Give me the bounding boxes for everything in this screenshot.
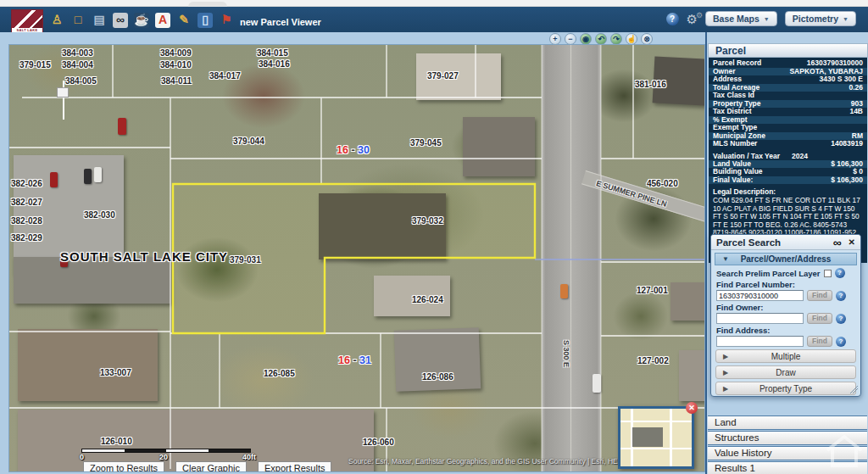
parcel-info-rows: Parcel Record16303790310000OwnerSAPKOTA,…	[709, 59, 867, 148]
find-parcel-number-label: Find Parcel Number:	[716, 280, 855, 289]
logo-mark	[12, 10, 42, 28]
find-address-find-button[interactable]: Find	[807, 336, 832, 347]
accordion-results-1[interactable]: Results 1	[708, 461, 867, 474]
accordion-property-type[interactable]: ▶Property Type	[715, 382, 856, 395]
bottom-accordions: LandStructuresValue HistoryResults 1	[708, 415, 867, 474]
flags-icon[interactable]: ⚑	[219, 13, 234, 28]
legal-description-label: Legal Description:	[713, 187, 863, 196]
pictometry-button[interactable]: Pictometry ▼	[785, 11, 856, 26]
find-parcel-number-find-button[interactable]: Find	[807, 290, 832, 301]
find-address-label: Find Address:	[716, 326, 855, 335]
settings-gear-icon[interactable]: ⚙⚙	[687, 13, 698, 25]
previous-extent-tool[interactable]: ↶	[595, 33, 607, 45]
accordion-value-history[interactable]: Value History	[708, 446, 867, 460]
clear-graphic-button[interactable]: Clear Graphic	[175, 461, 247, 472]
parcel-info-value: 14083919	[831, 140, 863, 148]
utility-pole-line	[63, 81, 64, 120]
accordion-label: Multiple	[771, 352, 800, 361]
zoom-out-tool[interactable]: −	[565, 33, 576, 45]
parcel-label: 126-086	[422, 372, 453, 382]
parcel-label: 126-024	[412, 295, 443, 304]
help-icon[interactable]: ?	[836, 337, 846, 347]
inset-close-icon[interactable]: ✕	[686, 402, 698, 414]
lot-red: 16	[337, 144, 348, 156]
parcel-label: 379-032	[412, 216, 443, 226]
toolbar-right: ? ⚙⚙ Base Maps ▼ Pictometry ▼	[666, 11, 856, 26]
parcel-panel-header[interactable]: Parcel	[708, 43, 868, 58]
select-extent-icon[interactable]: □	[70, 13, 86, 28]
parcel-label: 384-015	[257, 48, 288, 58]
help-icon[interactable]: ?	[835, 268, 845, 278]
parcel-label: 456-020	[647, 179, 678, 188]
scale-tick-0: 0	[80, 453, 84, 461]
valuation-row-label: Final Value:	[713, 176, 753, 185]
accordion-multiple[interactable]: ▶Multiple	[715, 349, 856, 363]
locate-marker-icon[interactable]: ♙	[49, 13, 64, 28]
overview-inset-map[interactable]: ✕	[618, 406, 694, 469]
parcel-label: 382-028	[11, 216, 42, 226]
find-owner-input[interactable]	[716, 313, 804, 324]
prelim-label: Search Prelim Parcel Layer	[716, 269, 821, 278]
lot-label: 16 - 31	[338, 354, 371, 366]
valuation-year: 2024	[792, 152, 808, 160]
valuation-row: Final Value:$ 106,300	[709, 176, 867, 185]
chevron-down-icon: ▼	[722, 255, 729, 263]
pan-tool[interactable]: ☝	[626, 33, 637, 45]
resize-handle[interactable]	[850, 386, 858, 393]
city-label: SOUTH SALT LAKE CITY	[60, 249, 228, 264]
parcel-label: 379-044	[233, 137, 264, 146]
parcel-info-label: MLS Number	[713, 140, 757, 148]
accordion-label: Property Type	[760, 384, 812, 393]
accordion-label: Draw	[776, 368, 795, 377]
lot-label: 16 - 30	[337, 144, 370, 156]
search-binoculars-icon[interactable]: ∞	[113, 13, 128, 28]
notes-icon[interactable]: ▯	[198, 13, 213, 28]
scale-tick-40: 40ft	[242, 453, 256, 461]
parcel-search-header[interactable]: Parcel Search ∞ ✕	[711, 235, 860, 250]
layers-icon[interactable]: ▤	[92, 13, 107, 28]
find-address-input[interactable]	[716, 336, 804, 347]
parcel-label: 382-030	[84, 210, 115, 220]
section-parcel-owner-address[interactable]: ▼ Parcel/Owner/Address	[715, 253, 857, 265]
prelim-layer-row: Search Prelim Parcel Layer ?	[711, 267, 860, 278]
scale-tick-20: 20	[159, 453, 168, 461]
zoom-in-tool[interactable]: +	[549, 33, 561, 45]
inset-extent-box[interactable]	[632, 427, 663, 447]
browser-edge-strip	[0, 0, 868, 7]
prelim-checkbox[interactable]	[824, 270, 832, 277]
zoom-to-results-button[interactable]: Zoom to Results	[83, 461, 164, 472]
parcel-label: 384-005	[65, 76, 97, 86]
parcel-label: 384-004	[62, 60, 93, 70]
parcel-label: 126-010	[101, 437, 132, 446]
app-toolbar: SALT LAKE COUNTY ♙□▤∞☕A✎▯⚑ new Parcel Vi…	[0, 7, 868, 32]
base-maps-label: Base Maps	[713, 14, 760, 24]
chevron-right-icon: ▶	[723, 385, 728, 393]
lot-sep: -	[350, 354, 359, 366]
parcel-label: 384-016	[259, 59, 290, 69]
export-results-button[interactable]: Export Results	[258, 461, 332, 472]
find-owner-find-button[interactable]: Find	[807, 313, 832, 324]
aerial-map[interactable]: 379-015384-003384-004384-005384-009384-0…	[8, 44, 705, 472]
draw-pencil-icon[interactable]: ✎	[176, 13, 192, 28]
accordion-draw[interactable]: ▶Draw	[715, 365, 856, 379]
parcel-label: 382-027	[11, 198, 42, 207]
deactivate-tool[interactable]: ⊗	[641, 33, 653, 45]
identify-mug-icon[interactable]: ☕	[134, 13, 149, 28]
chevron-down-icon: ▼	[764, 16, 770, 22]
accordion-land[interactable]: Land	[708, 415, 867, 430]
export-pdf-icon[interactable]: A	[155, 13, 170, 28]
help-icon[interactable]: ?	[836, 291, 846, 301]
map-tools: +−◉↶↷☝⊗	[549, 33, 653, 45]
help-icon[interactable]: ?	[836, 314, 846, 324]
accordion-structures[interactable]: Structures	[708, 431, 867, 445]
parcel-search-title: Parcel Search	[716, 237, 833, 248]
parcel-info-row: MLS Number14083919	[709, 140, 867, 148]
help-icon[interactable]: ?	[666, 13, 679, 25]
search-accordions: ▶Multiple▶Draw▶Property Type	[711, 349, 860, 395]
full-extent-tool[interactable]: ◉	[580, 33, 592, 45]
next-extent-tool[interactable]: ↷	[610, 33, 622, 45]
find-parcel-number-input[interactable]	[716, 290, 804, 301]
close-icon[interactable]: ✕	[849, 237, 855, 247]
search-fields: Find Parcel Number:Find?Find Owner:Find?…	[711, 280, 860, 347]
base-maps-button[interactable]: Base Maps ▼	[705, 11, 777, 26]
